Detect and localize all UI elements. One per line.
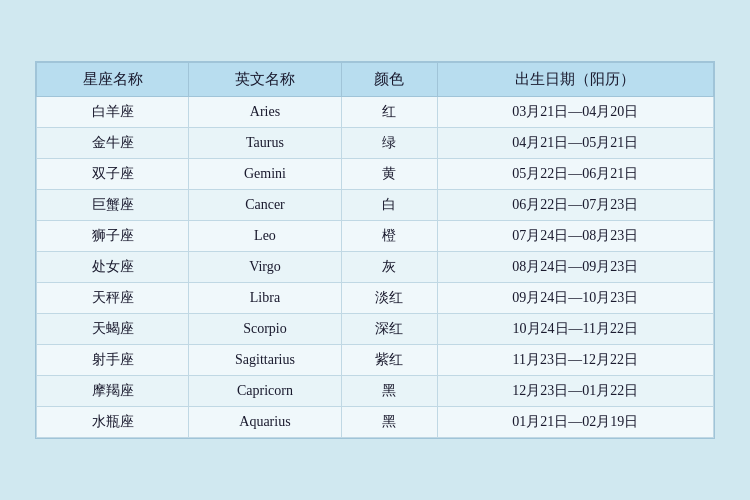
cell-2-2: 黄 [341,159,437,190]
cell-3-3: 06月22日—07月23日 [437,190,713,221]
cell-7-0: 天蝎座 [37,314,189,345]
table-row: 巨蟹座Cancer白06月22日—07月23日 [37,190,714,221]
cell-1-1: Taurus [189,128,341,159]
cell-9-2: 黑 [341,376,437,407]
table-body: 白羊座Aries红03月21日—04月20日金牛座Taurus绿04月21日—0… [37,97,714,438]
table-row: 狮子座Leo橙07月24日—08月23日 [37,221,714,252]
cell-5-1: Virgo [189,252,341,283]
zodiac-table: 星座名称 英文名称 颜色 出生日期（阳历） 白羊座Aries红03月21日—04… [36,62,714,438]
cell-6-1: Libra [189,283,341,314]
zodiac-table-container: 星座名称 英文名称 颜色 出生日期（阳历） 白羊座Aries红03月21日—04… [35,61,715,439]
cell-8-0: 射手座 [37,345,189,376]
cell-5-0: 处女座 [37,252,189,283]
table-row: 天秤座Libra淡红09月24日—10月23日 [37,283,714,314]
cell-10-1: Aquarius [189,407,341,438]
table-row: 金牛座Taurus绿04月21日—05月21日 [37,128,714,159]
cell-4-3: 07月24日—08月23日 [437,221,713,252]
cell-10-2: 黑 [341,407,437,438]
cell-4-1: Leo [189,221,341,252]
cell-10-0: 水瓶座 [37,407,189,438]
cell-6-0: 天秤座 [37,283,189,314]
cell-10-3: 01月21日—02月19日 [437,407,713,438]
cell-5-2: 灰 [341,252,437,283]
cell-7-1: Scorpio [189,314,341,345]
cell-2-3: 05月22日—06月21日 [437,159,713,190]
table-row: 射手座Sagittarius紫红11月23日—12月22日 [37,345,714,376]
table-row: 水瓶座Aquarius黑01月21日—02月19日 [37,407,714,438]
header-chinese-name: 星座名称 [37,63,189,97]
cell-9-3: 12月23日—01月22日 [437,376,713,407]
cell-0-0: 白羊座 [37,97,189,128]
cell-7-3: 10月24日—11月22日 [437,314,713,345]
table-row: 处女座Virgo灰08月24日—09月23日 [37,252,714,283]
cell-0-3: 03月21日—04月20日 [437,97,713,128]
table-row: 双子座Gemini黄05月22日—06月21日 [37,159,714,190]
cell-8-2: 紫红 [341,345,437,376]
cell-3-1: Cancer [189,190,341,221]
cell-1-3: 04月21日—05月21日 [437,128,713,159]
cell-1-0: 金牛座 [37,128,189,159]
cell-4-0: 狮子座 [37,221,189,252]
cell-8-1: Sagittarius [189,345,341,376]
cell-0-1: Aries [189,97,341,128]
table-row: 白羊座Aries红03月21日—04月20日 [37,97,714,128]
cell-1-2: 绿 [341,128,437,159]
cell-2-1: Gemini [189,159,341,190]
cell-9-0: 摩羯座 [37,376,189,407]
cell-3-0: 巨蟹座 [37,190,189,221]
table-row: 天蝎座Scorpio深红10月24日—11月22日 [37,314,714,345]
cell-4-2: 橙 [341,221,437,252]
cell-3-2: 白 [341,190,437,221]
header-english-name: 英文名称 [189,63,341,97]
cell-7-2: 深红 [341,314,437,345]
cell-0-2: 红 [341,97,437,128]
table-row: 摩羯座Capricorn黑12月23日—01月22日 [37,376,714,407]
header-dates: 出生日期（阳历） [437,63,713,97]
header-color: 颜色 [341,63,437,97]
cell-6-2: 淡红 [341,283,437,314]
cell-6-3: 09月24日—10月23日 [437,283,713,314]
cell-9-1: Capricorn [189,376,341,407]
cell-8-3: 11月23日—12月22日 [437,345,713,376]
table-header-row: 星座名称 英文名称 颜色 出生日期（阳历） [37,63,714,97]
cell-2-0: 双子座 [37,159,189,190]
cell-5-3: 08月24日—09月23日 [437,252,713,283]
